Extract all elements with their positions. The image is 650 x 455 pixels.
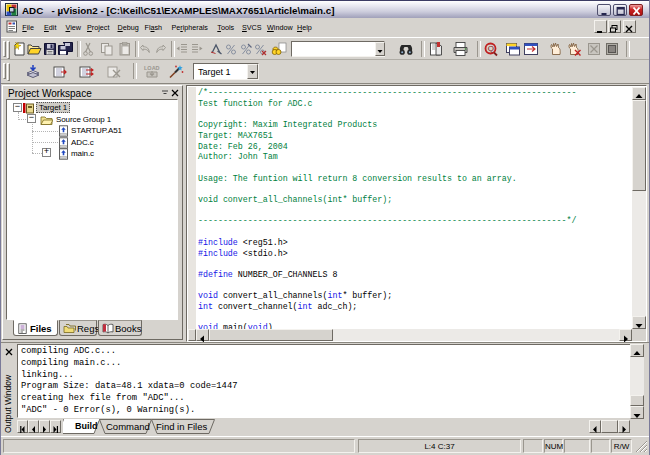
svg-text:LOAD: LOAD <box>144 65 160 71</box>
svg-text:Q: Q <box>488 44 494 53</box>
